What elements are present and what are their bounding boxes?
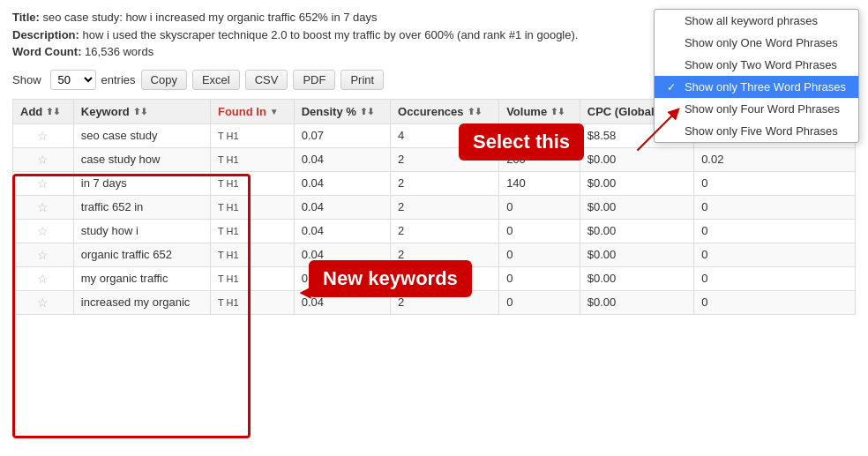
col-found-in[interactable]: Found In ▼ <box>210 99 294 123</box>
dropdown-item[interactable]: Show only Four Word Phrases <box>655 98 858 120</box>
cell-density: 0.04 <box>294 219 390 243</box>
cell-occurrences: 2 <box>391 243 499 266</box>
cell-density: 0.04 <box>294 171 390 195</box>
cell-density: 0.07 <box>294 123 390 147</box>
cell-occurrences: 2 <box>391 195 499 219</box>
cell-volume: 260 <box>499 147 580 171</box>
dropdown-item-label: Show only Three Word Phrases <box>685 80 846 93</box>
cell-occurrences: 2 <box>391 147 499 171</box>
checkmark-icon: ✓ <box>667 81 679 93</box>
col-volume[interactable]: Volume ⬆⬇ <box>499 99 580 123</box>
dropdown-item-label: Show only Five Word Phrases <box>685 124 838 138</box>
copy-button[interactable]: Copy <box>141 70 187 90</box>
cell-cpc: $0.00 <box>580 266 693 290</box>
cell-occurrences: 2 <box>391 266 499 290</box>
dropdown-item[interactable]: Show only Five Word Phrases <box>655 120 858 142</box>
dropdown-item-label: Show only Two Word Phrases <box>685 58 837 71</box>
star-icon[interactable]: ☆ <box>37 200 49 214</box>
cell-density: 0.04 <box>294 266 390 290</box>
table-row: ☆ in 7 days T H1 0.04 2 140 $0.00 0 <box>13 171 856 195</box>
cell-volume: 0 <box>499 290 580 314</box>
print-button[interactable]: Print <box>340 70 384 90</box>
cell-keyword: study how i <box>73 219 210 243</box>
entries-select[interactable]: 50 25 100 <box>50 70 96 90</box>
cell-density: 0.04 <box>294 243 390 266</box>
excel-button[interactable]: Excel <box>192 70 240 90</box>
table-row: ☆ organic traffic 652 T H1 0.04 2 0 $0.0… <box>13 243 856 266</box>
desc-label: Description: <box>12 28 79 41</box>
cell-competition: 0 <box>694 171 856 195</box>
table-row: ☆ case study how T H1 0.04 2 260 $0.00 0… <box>13 147 856 171</box>
entries-label: entries <box>101 73 136 86</box>
desc-value: how i used the skyscraper technique 2.0 … <box>82 28 578 41</box>
cell-volume: 1,900 <box>499 123 580 147</box>
cell-add: ☆ <box>13 290 74 314</box>
dropdown-menu[interactable]: Show all keyword phrases Show only One W… <box>654 9 859 143</box>
table-row: ☆ study how i T H1 0.04 2 0 $0.00 0 <box>13 219 856 243</box>
cell-occurrences: 4 <box>391 123 499 147</box>
star-icon[interactable]: ☆ <box>37 153 49 167</box>
col-keyword[interactable]: Keyword ⬆⬇ <box>73 99 210 123</box>
cell-found-in: T H1 <box>210 171 294 195</box>
cell-cpc: $0.00 <box>580 195 693 219</box>
cell-density: 0.04 <box>294 195 390 219</box>
cell-keyword: in 7 days <box>73 171 210 195</box>
table-row: ☆ traffic 652 in T H1 0.04 2 0 $0.00 0 <box>13 195 856 219</box>
cell-volume: 0 <box>499 243 580 266</box>
star-icon[interactable]: ☆ <box>37 272 49 286</box>
cell-add: ☆ <box>13 266 74 290</box>
cell-found-in: T H1 <box>210 243 294 266</box>
cell-cpc: $0.00 <box>580 147 693 171</box>
csv-button[interactable]: CSV <box>245 70 288 90</box>
col-occurrences[interactable]: Occurences ⬆⬇ <box>391 99 499 123</box>
cell-occurrences: 2 <box>391 290 499 314</box>
cell-competition: 0 <box>694 243 856 266</box>
cell-competition: 0.02 <box>694 147 856 171</box>
star-icon[interactable]: ☆ <box>37 129 49 143</box>
cell-cpc: $0.00 <box>580 290 693 314</box>
cell-cpc: $0.00 <box>580 219 693 243</box>
title-label: Title: <box>12 11 40 24</box>
table-row: ☆ my organic traffic T H1 0.04 2 0 $0.00… <box>13 266 856 290</box>
star-icon[interactable]: ☆ <box>37 176 49 191</box>
cell-volume: 0 <box>499 195 580 219</box>
cell-competition: 0 <box>694 266 856 290</box>
dropdown-item-label: Show only One Word Phrases <box>685 36 838 49</box>
cell-keyword: case study how <box>73 147 210 171</box>
wordcount-label: Word Count: <box>12 45 81 58</box>
cell-add: ☆ <box>13 243 74 266</box>
table-row: ☆ increased my organic T H1 0.04 2 0 $0.… <box>13 290 856 314</box>
cell-density: 0.04 <box>294 147 390 171</box>
cell-add: ☆ <box>13 171 74 195</box>
dropdown-item-label: Show only Four Word Phrases <box>685 102 840 116</box>
dropdown-item[interactable]: Show only Two Word Phrases <box>655 54 858 76</box>
cell-cpc: $0.00 <box>580 243 693 266</box>
cell-add: ☆ <box>13 147 74 171</box>
star-icon[interactable]: ☆ <box>37 248 49 262</box>
dropdown-item[interactable]: Show all keyword phrases <box>655 10 858 32</box>
cell-keyword: increased my organic <box>73 290 210 314</box>
cell-keyword: my organic traffic <box>73 266 210 290</box>
wordcount-value: 16,536 words <box>85 45 153 58</box>
cell-occurrences: 2 <box>391 219 499 243</box>
col-density[interactable]: Density % ⬆⬇ <box>294 99 390 123</box>
dropdown-item[interactable]: Show only One Word Phrases <box>655 32 858 54</box>
cell-found-in: T H1 <box>210 123 294 147</box>
col-add[interactable]: Add ⬆⬇ <box>13 99 74 123</box>
star-icon[interactable]: ☆ <box>37 295 49 310</box>
cell-volume: 0 <box>499 219 580 243</box>
dropdown-item[interactable]: ✓ Show only Three Word Phrases <box>655 76 858 98</box>
cell-occurrences: 2 <box>391 171 499 195</box>
pdf-button[interactable]: PDF <box>293 70 335 90</box>
show-label: Show <box>12 73 41 86</box>
cell-competition: 0 <box>694 219 856 243</box>
cell-found-in: T H1 <box>210 266 294 290</box>
cell-found-in: T H1 <box>210 219 294 243</box>
cell-found-in: T H1 <box>210 147 294 171</box>
star-icon[interactable]: ☆ <box>37 224 49 238</box>
dropdown-item-label: Show all keyword phrases <box>685 14 818 27</box>
cell-add: ☆ <box>13 123 74 147</box>
cell-keyword: organic traffic 652 <box>73 243 210 266</box>
cell-add: ☆ <box>13 195 74 219</box>
cell-competition: 0 <box>694 195 856 219</box>
